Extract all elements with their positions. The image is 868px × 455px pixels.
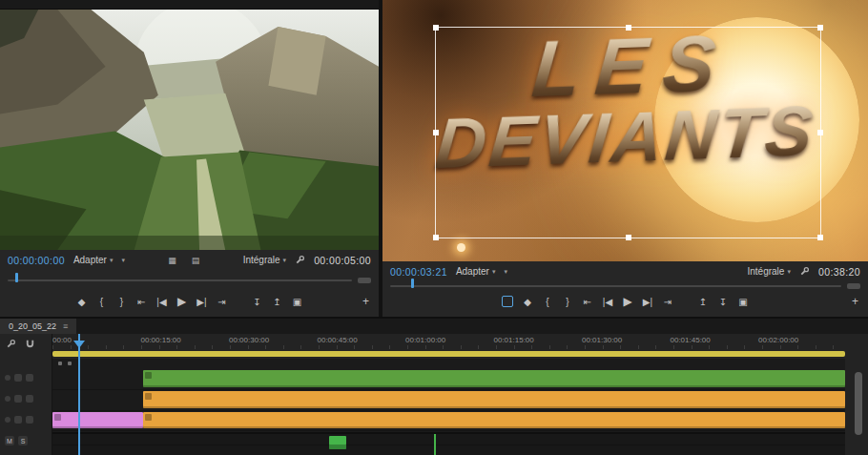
transform-handle[interactable] xyxy=(433,25,439,31)
video-clip-orange-upper[interactable] xyxy=(143,391,845,408)
source-current-timecode[interactable]: 00:00:00:00 xyxy=(8,255,65,266)
export-frame-button[interactable]: ▣ xyxy=(737,297,749,307)
track-header-v2 xyxy=(5,395,48,403)
program-video-canvas[interactable]: LES DEVIANTS xyxy=(382,0,868,261)
transform-handle[interactable] xyxy=(433,235,439,240)
chevron-down-icon: ▾ xyxy=(110,257,114,264)
insert-button[interactable]: ↧ xyxy=(252,297,263,307)
timeline-settings-wrench-icon[interactable] xyxy=(5,338,17,350)
ruler-label: 00:01:45:00 xyxy=(671,336,759,349)
audio-clip-green[interactable] xyxy=(329,436,346,449)
mark-in-button[interactable]: { xyxy=(96,297,108,307)
solo-track-button[interactable]: S xyxy=(18,436,28,445)
settings-wrench-icon[interactable] xyxy=(294,254,306,266)
add-marker-button[interactable]: ◆ xyxy=(76,297,88,307)
source-resolution-dropdown[interactable]: Intégrale ▾ xyxy=(243,255,286,265)
mark-out-button[interactable]: } xyxy=(116,297,128,307)
audio-track-row[interactable] xyxy=(52,434,845,445)
track-lock-icon[interactable] xyxy=(14,416,22,424)
source-fit-dropdown[interactable]: Adapter ▾ xyxy=(73,255,114,265)
source-transport-buttons: ◆ { } ⇤ |◀ ▶ ▶| ⇥ ↧ ↥ ▣ xyxy=(76,295,303,308)
timeline-tracks xyxy=(52,359,845,455)
extract-button[interactable]: ↧ xyxy=(717,297,729,307)
track-lock-icon[interactable] xyxy=(14,374,22,382)
program-current-timecode[interactable]: 00:00:03:21 xyxy=(390,266,447,278)
transform-handle[interactable] xyxy=(817,25,823,31)
source-zoom-level-dropdown[interactable]: ▾ xyxy=(121,257,125,264)
source-resolution-label: Intégrale xyxy=(243,255,280,265)
playhead-caret[interactable] xyxy=(73,341,85,348)
source-patch-toggle[interactable] xyxy=(5,375,10,381)
comparison-view-button[interactable] xyxy=(502,296,513,307)
video-clip-orange-lower[interactable] xyxy=(143,412,845,428)
button-editor-button[interactable]: + xyxy=(852,295,858,308)
source-zoom-handle[interactable] xyxy=(358,278,371,283)
lift-button[interactable]: ↥ xyxy=(697,297,709,307)
video-clip-pink[interactable] xyxy=(52,412,143,428)
snap-magnet-icon[interactable] xyxy=(24,338,36,350)
mark-in-button[interactable]: { xyxy=(542,297,553,307)
source-scrubber-track[interactable] xyxy=(8,279,352,281)
source-panel-tab-strip[interactable] xyxy=(0,0,379,10)
panel-menu-icon[interactable]: ≡ xyxy=(63,321,68,331)
source-video-canvas[interactable] xyxy=(0,10,379,250)
source-patch-toggle[interactable] xyxy=(5,417,10,423)
source-patch-toggle[interactable] xyxy=(5,396,10,402)
timeline-playhead[interactable] xyxy=(78,334,80,455)
program-zoom-handle[interactable] xyxy=(847,283,860,289)
audio-tracks-area xyxy=(52,432,845,455)
go-to-in-button[interactable]: ⇤ xyxy=(136,297,148,307)
add-marker-button[interactable]: ◆ xyxy=(522,297,533,307)
step-back-button[interactable]: |◀ xyxy=(602,297,613,307)
button-editor-button[interactable]: + xyxy=(362,295,369,308)
step-forward-button[interactable]: ▶| xyxy=(196,297,208,307)
track-visibility-icon[interactable] xyxy=(26,416,33,424)
settings-wrench-icon[interactable] xyxy=(798,265,811,278)
export-frame-button[interactable]: ▣ xyxy=(292,297,303,307)
track-lock-icon[interactable] xyxy=(14,395,22,403)
transform-handle[interactable] xyxy=(626,25,631,31)
program-zoom-level-dropdown[interactable]: ▾ xyxy=(504,268,507,276)
work-area-bar[interactable] xyxy=(52,351,845,357)
step-forward-button[interactable]: ▶| xyxy=(642,297,653,307)
track-visibility-icon[interactable] xyxy=(26,395,33,403)
track-header-a1: M S xyxy=(5,436,48,445)
ruler-label: 00:00:15:00 xyxy=(141,336,230,349)
ruler-label: 00:01:00:00 xyxy=(405,336,494,349)
program-scrubber[interactable] xyxy=(390,279,860,290)
program-resolution-dropdown[interactable]: Intégrale ▾ xyxy=(747,266,790,277)
track-header-v1 xyxy=(5,416,48,424)
chevron-down-icon: ▾ xyxy=(121,257,125,264)
overwrite-button[interactable]: ↥ xyxy=(272,297,283,307)
mark-out-button[interactable]: } xyxy=(562,297,573,307)
mute-track-button[interactable]: M xyxy=(5,436,14,445)
premiere-workspace: 00:00:00:00 Adapter ▾ ▾ ▦ ▤ Intégral xyxy=(0,0,868,455)
play-button[interactable]: ▶ xyxy=(176,295,188,308)
play-button[interactable]: ▶ xyxy=(622,295,633,308)
timeline-panel: 0_20_05_22 ≡ xyxy=(0,317,868,455)
source-scrubber-playhead[interactable] xyxy=(15,273,18,282)
go-to-in-button[interactable]: ⇤ xyxy=(582,297,593,307)
sequence-tab[interactable]: 0_20_05_22 ≡ xyxy=(0,319,76,334)
safe-margins-icon[interactable]: ▦ xyxy=(168,256,176,265)
transform-handle[interactable] xyxy=(433,130,439,135)
time-ruler[interactable]: 00:00 00:00:15:00 00:00:30:00 00:00:45:0… xyxy=(52,334,847,349)
audio-clip-sliver[interactable] xyxy=(434,434,436,455)
display-mode-icon[interactable]: ▤ xyxy=(192,256,200,265)
go-to-out-button[interactable]: ⇥ xyxy=(217,297,228,307)
program-scrubber-track[interactable] xyxy=(390,285,841,287)
timeline-vertical-scrollbar[interactable] xyxy=(855,372,862,435)
go-to-out-button[interactable]: ⇥ xyxy=(662,297,673,307)
track-visibility-icon[interactable] xyxy=(26,374,33,382)
transform-handle[interactable] xyxy=(626,235,631,240)
program-scrubber-playhead[interactable] xyxy=(411,279,414,288)
chevron-down-icon: ▾ xyxy=(283,257,287,264)
transform-handle[interactable] xyxy=(817,235,823,240)
video-clip-green[interactable] xyxy=(143,370,845,387)
source-scrubber[interactable] xyxy=(8,273,371,284)
audio-track-row[interactable] xyxy=(52,445,845,455)
step-back-button[interactable]: |◀ xyxy=(156,297,168,307)
sequence-tab-label: 0_20_05_22 xyxy=(9,321,56,331)
transform-handle[interactable] xyxy=(817,130,823,135)
program-fit-dropdown[interactable]: Adapter ▾ xyxy=(456,266,496,277)
